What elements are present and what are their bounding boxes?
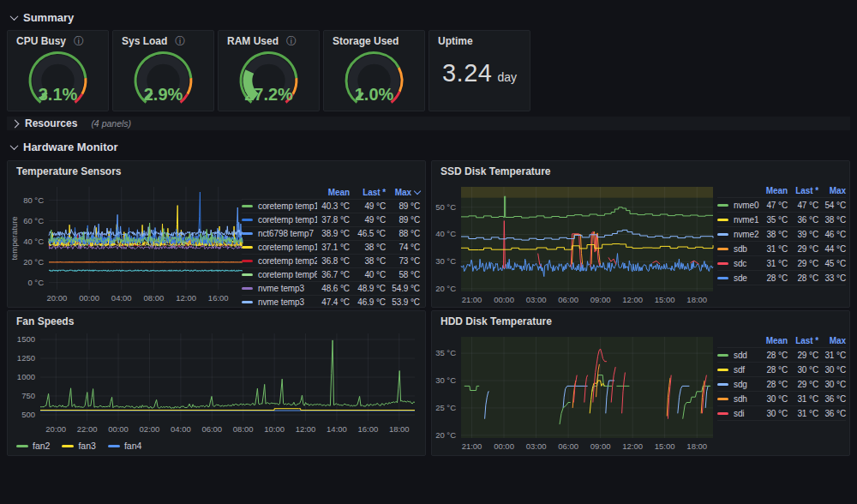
legend-row[interactable]: sdb31 °C29 °C44 °C — [717, 242, 846, 256]
x-tick-label: 04:00 — [111, 293, 132, 303]
legend-stat-value: 37.1 °C — [317, 243, 350, 252]
legend-column-header[interactable]: Mean — [760, 336, 788, 345]
panel-title[interactable]: Sys Load ⓘ — [122, 35, 185, 47]
series-color-chip — [717, 204, 728, 207]
x-tick-label: 09:00 — [590, 295, 611, 304]
x-tick-label: 06:00 — [558, 295, 578, 304]
series-name: nvme2 — [734, 230, 760, 239]
legend-column-header[interactable]: Last * — [788, 336, 818, 345]
legend-stat-value: 38 °C — [818, 215, 846, 225]
y-tick-label: 30 °C — [435, 256, 456, 266]
legend-item-fan3[interactable]: fan3 — [62, 441, 95, 451]
series-name: nct6798 temp7 — [258, 229, 317, 238]
panel-title[interactable]: RAM Used ⓘ — [227, 35, 297, 47]
legend-row[interactable]: sdh30 °C31 °C36 °C — [717, 392, 846, 406]
legend-row[interactable]: nvme temp348.6 °C48.9 °C54.9 °C — [242, 282, 420, 296]
x-tick-label: 03:00 — [526, 441, 547, 451]
panel-fan-speeds: Fan Speeds 50075010001250150020:0022:000… — [7, 310, 426, 456]
x-tick-label: 18:00 — [686, 295, 707, 304]
section-header-summary[interactable]: Summary — [11, 9, 74, 25]
x-tick-label: 06:00 — [201, 424, 222, 434]
legend-column-header[interactable]: Last * — [350, 188, 386, 197]
panel-hdd-disk-temperature: HDD Disk Temperature 20 °C25 °C30 °C35 °… — [431, 310, 850, 456]
legend-header-row: MeanLast *Max — [242, 186, 420, 200]
legend-column-header[interactable]: Last * — [788, 186, 818, 195]
panel-storage-used: Storage Used ⓘ 1.0% — [323, 30, 425, 111]
series-color-chip — [242, 260, 253, 262]
fan-chart-canvas[interactable]: 50075010001250150020:0022:0000:0002:0004… — [9, 328, 422, 436]
ssd-temperature-chart[interactable]: 20 °C30 °C40 °C50 °C21:0000:0003:0006:00… — [434, 180, 716, 307]
fan-speeds-chart[interactable]: 50075010001250150020:0022:0000:0002:0004… — [9, 328, 422, 436]
panel-title[interactable]: Uptime — [438, 35, 473, 47]
y-tick-label: 1250 — [17, 353, 35, 363]
panel-title[interactable]: Temperature Sensors — [16, 165, 122, 177]
legend-stat-value: 30 °C — [788, 365, 818, 375]
legend-row[interactable]: nvme135 °C36 °C38 °C — [717, 213, 846, 227]
legend-row[interactable]: nvme temp347.4 °C46.9 °C53.9 °C — [242, 296, 420, 309]
panel-title-text: Storage Used — [333, 35, 399, 47]
series-color-chip — [717, 398, 728, 400]
panel-title[interactable]: SSD Disk Temperature — [440, 165, 551, 177]
legend-row[interactable]: coretemp temp140.3 °C49 °C89 °C — [242, 200, 420, 213]
legend-stat-value: 89 °C — [386, 215, 420, 225]
temperature-sensors-chart[interactable]: 0 °C20 °C40 °C60 °C80 °C20:0000:0004:000… — [9, 180, 246, 305]
x-tick-label: 12:00 — [176, 293, 196, 303]
panel-title[interactable]: HDD Disk Temperature — [440, 315, 552, 327]
sort-desc-icon — [414, 188, 421, 195]
hdd-temperature-chart[interactable]: 20 °C25 °C30 °C35 °C21:0000:0003:0006:00… — [434, 330, 716, 453]
legend-row[interactable]: sdc31 °C29 °C45 °C — [717, 256, 846, 271]
legend-stat-value: 36 °C — [818, 409, 846, 418]
legend-stat-value: 35 °C — [760, 215, 788, 225]
y-tick-label: 30 °C — [435, 375, 456, 385]
legend-row[interactable]: sde28 °C28 °C33 °C — [717, 271, 846, 285]
panel-title[interactable]: Storage Used ⓘ — [333, 35, 399, 47]
x-tick-label: 04:00 — [171, 424, 191, 434]
legend-stat-value: 53.9 °C — [386, 297, 420, 307]
hdd-chart-canvas[interactable]: 20 °C25 °C30 °C35 °C21:0000:0003:0006:00… — [434, 330, 716, 453]
legend-column-header[interactable]: Max — [386, 188, 420, 197]
legend-column-header[interactable]: Max — [818, 336, 846, 345]
temp-chart-canvas[interactable]: 0 °C20 °C40 °C60 °C80 °C20:0000:0004:000… — [9, 180, 246, 305]
legend-stat-value: 40.3 °C — [317, 201, 350, 211]
section-header-hardware-monitor[interactable]: Hardware Monitor — [11, 139, 118, 154]
y-axis-label: temperature — [9, 216, 19, 260]
legend-row[interactable]: nvme238 °C39 °C46 °C — [717, 227, 846, 242]
legend-row[interactable]: coretemp temp636.7 °C40 °C58 °C — [242, 268, 420, 282]
section-label-resources: Resources — [25, 117, 77, 129]
legend-stat-value: 36.8 °C — [317, 256, 350, 266]
legend-row[interactable]: sdg28 °C29 °C30 °C — [717, 377, 846, 392]
series-color-chip — [717, 412, 728, 415]
legend-row[interactable]: coretemp temp236.8 °C38 °C73 °C — [242, 255, 420, 268]
legend-row[interactable]: nvme047 °C47 °C54 °C — [717, 198, 846, 213]
legend-row[interactable]: nct6798 temp738.9 °C46.5 °C88 °C — [242, 227, 420, 241]
series-color-chip — [717, 233, 728, 236]
panel-title[interactable]: Fan Speeds — [16, 315, 74, 327]
legend-row[interactable]: coretemp temp1037.1 °C38 °C74 °C — [242, 241, 420, 255]
legend-item-fan4[interactable]: fan4 — [108, 441, 141, 451]
plot-background — [461, 337, 713, 438]
legend-item-fan2[interactable]: fan2 — [16, 441, 50, 451]
series-name: sdd — [734, 351, 760, 360]
panel-title[interactable]: CPU Busy ⓘ — [16, 35, 84, 47]
section-header-resources[interactable]: Resources (4 panels) — [7, 117, 850, 130]
ssd-chart-canvas[interactable]: 20 °C30 °C40 °C50 °C21:0000:0003:0006:00… — [434, 180, 716, 307]
legend-stat-value: 74 °C — [386, 243, 420, 252]
info-icon[interactable]: ⓘ — [74, 36, 84, 46]
legend-column-header[interactable]: Max — [818, 186, 846, 195]
x-tick-label: 00:00 — [494, 441, 514, 451]
legend-row[interactable]: coretemp temp1437.8 °C49 °C89 °C — [242, 213, 420, 227]
panel-title-text: Sys Load — [122, 35, 167, 47]
legend-row[interactable]: sdf28 °C30 °C30 °C — [717, 363, 846, 377]
legend-row[interactable]: sdi30 °C31 °C36 °C — [717, 406, 846, 421]
legend-stat-value: 54 °C — [818, 201, 846, 210]
series-name: nvme temp3 — [258, 297, 317, 307]
legend-column-header[interactable]: Mean — [760, 186, 788, 195]
info-icon[interactable]: ⓘ — [286, 36, 297, 46]
x-tick-label: 00:00 — [494, 295, 514, 304]
legend-column-header[interactable]: Mean — [317, 188, 350, 197]
x-tick-label: 18:00 — [389, 424, 410, 434]
legend-stat-value: 28 °C — [760, 273, 788, 283]
info-icon[interactable]: ⓘ — [175, 36, 185, 46]
legend-stat-value: 46.5 °C — [350, 229, 386, 238]
legend-row[interactable]: sdd28 °C29 °C31 °C — [717, 348, 846, 363]
